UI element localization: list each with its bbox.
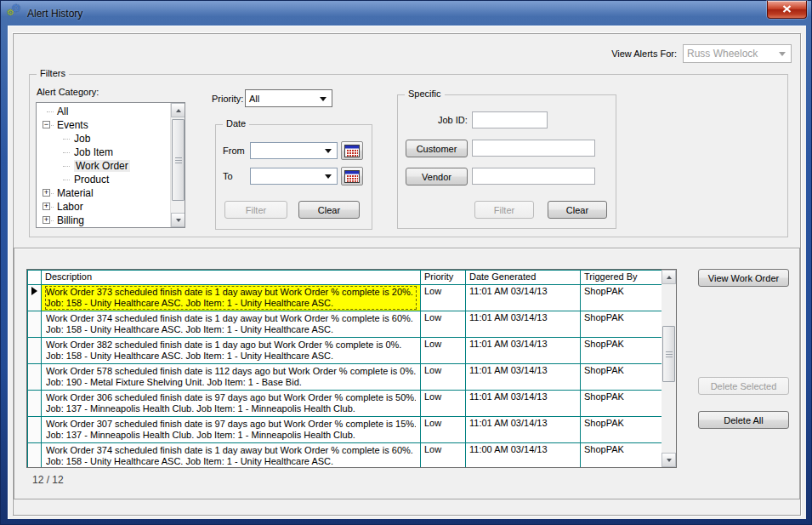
tree-item-label[interactable]: Labor: [57, 201, 83, 213]
priority-column-header[interactable]: Priority: [421, 271, 466, 285]
description-cell[interactable]: Work Order 373 scheduled finish date is …: [42, 285, 421, 311]
triggered-by-cell[interactable]: ShopPAK: [581, 364, 662, 391]
triggered-by-cell[interactable]: ShopPAK: [581, 311, 662, 338]
tree-item[interactable]: − Events: [37, 118, 170, 132]
vendor-field[interactable]: [472, 168, 595, 185]
tree-item-label[interactable]: Material: [57, 187, 94, 199]
table-row[interactable]: Work Order 382 scheduled finish date is …: [28, 338, 662, 364]
date-generated-column-header[interactable]: Date Generated: [466, 271, 581, 285]
date-cell[interactable]: 11:01 AM 03/14/13: [466, 391, 581, 417]
tree-item-label[interactable]: Billing: [57, 214, 84, 226]
main-panel: View Alerts For: Russ Wheelock Filters A…: [13, 33, 801, 516]
table-row[interactable]: Work Order 306 scheduled finish date is …: [28, 391, 662, 417]
calendar-icon: [344, 170, 360, 183]
triggered-by-column-header[interactable]: Triggered By: [581, 271, 662, 285]
job-id-field[interactable]: [472, 111, 548, 128]
specific-filter-button[interactable]: Filter: [474, 201, 534, 219]
date-cell[interactable]: 11:01 AM 03/14/13: [466, 285, 581, 311]
triggered-by-cell[interactable]: ShopPAK: [581, 285, 662, 311]
tree-item[interactable]: Job: [37, 132, 170, 146]
description-cell[interactable]: Work Order 374 scheduled finish date is …: [42, 443, 421, 469]
arrow-up-icon: [176, 109, 181, 112]
grid-scrollbar-thumb[interactable]: [662, 326, 675, 382]
scroll-up-button[interactable]: [662, 270, 676, 284]
description-cell[interactable]: Work Order 374 scheduled finish date is …: [42, 311, 421, 338]
row-selector-cell[interactable]: [28, 443, 42, 469]
delete-all-button[interactable]: Delete All: [698, 411, 789, 429]
table-row[interactable]: Work Order 307 scheduled finish date is …: [28, 417, 662, 443]
priority-cell[interactable]: Low: [421, 311, 466, 338]
tree-item[interactable]: Job Item: [37, 146, 170, 159]
date-cell[interactable]: 11:01 AM 03/14/13: [466, 364, 581, 391]
tree-item[interactable]: All: [37, 105, 170, 118]
priority-cell[interactable]: Low: [421, 285, 466, 311]
date-cell[interactable]: 11:01 AM 03/14/13: [466, 338, 581, 364]
priority-select[interactable]: All: [245, 89, 332, 107]
row-selector-cell[interactable]: [28, 391, 42, 417]
table-row[interactable]: Work Order 578 scheduled finish date is …: [28, 364, 662, 391]
priority-cell[interactable]: Low: [421, 443, 466, 469]
scroll-up-button[interactable]: [171, 103, 185, 117]
description-column-header[interactable]: Description: [42, 271, 421, 285]
tree-expander-icon[interactable]: +: [43, 216, 50, 224]
tree-item-label[interactable]: All: [57, 106, 68, 117]
date-filter-button[interactable]: Filter: [224, 201, 287, 219]
alert-category-tree[interactable]: All − Events Job Job Item Work Order Pro…: [36, 102, 185, 228]
description-cell[interactable]: Work Order 307 scheduled finish date is …: [42, 417, 421, 443]
scroll-down-button[interactable]: [171, 213, 185, 227]
tree-item-label[interactable]: Product: [74, 174, 109, 185]
tree-item[interactable]: + Labor: [37, 200, 170, 214]
close-button[interactable]: [767, 1, 807, 19]
customer-button[interactable]: Customer: [406, 140, 468, 157]
tree-expander-icon[interactable]: +: [43, 189, 50, 197]
view-alerts-for-select[interactable]: Russ Wheelock: [683, 44, 792, 63]
date-from-calendar-button[interactable]: [341, 141, 363, 160]
date-cell[interactable]: 11:01 AM 03/14/13: [466, 311, 581, 338]
table-row[interactable]: Work Order 373 scheduled finish date is …: [28, 285, 662, 311]
tree-item-label[interactable]: Work Order: [74, 160, 130, 172]
triggered-by-cell[interactable]: ShopPAK: [581, 338, 662, 364]
customer-field[interactable]: [472, 140, 595, 157]
delete-selected-button[interactable]: Delete Selected: [698, 377, 789, 395]
tree-scrollbar-thumb[interactable]: [172, 119, 185, 201]
description-cell[interactable]: Work Order 578 scheduled finish date is …: [42, 364, 421, 391]
triggered-by-cell[interactable]: ShopPAK: [581, 391, 662, 417]
date-cell[interactable]: 11:01 AM 03/14/13: [466, 417, 581, 443]
priority-cell[interactable]: Low: [421, 338, 466, 364]
date-to-select[interactable]: [250, 168, 338, 185]
row-selector-cell[interactable]: [28, 364, 42, 391]
tree-item[interactable]: + Material: [37, 186, 170, 200]
triggered-by-cell[interactable]: ShopPAK: [581, 417, 662, 443]
tree-item-label[interactable]: Job: [74, 133, 90, 145]
date-clear-button[interactable]: Clear: [298, 201, 360, 219]
row-selector-cell[interactable]: [28, 338, 42, 364]
triggered-by-cell[interactable]: ShopPAK: [581, 443, 662, 469]
date-from-select[interactable]: [250, 142, 338, 159]
view-work-order-button[interactable]: View Work Order: [698, 269, 789, 287]
table-row[interactable]: Work Order 374 scheduled finish date is …: [28, 311, 662, 338]
description-cell[interactable]: Work Order 382 scheduled finish date is …: [42, 338, 421, 364]
specific-clear-button[interactable]: Clear: [548, 201, 607, 219]
tree-item[interactable]: Work Order: [37, 159, 170, 173]
tree-expander-icon[interactable]: −: [43, 121, 50, 128]
tree-expander-icon[interactable]: +: [43, 203, 50, 210]
tree-item[interactable]: + Billing: [37, 214, 170, 227]
priority-cell[interactable]: Low: [421, 417, 466, 443]
scroll-down-button[interactable]: [662, 453, 676, 467]
titlebar[interactable]: ⚙⚙ Alert History: [1, 1, 811, 26]
tree-item-label[interactable]: Job Item: [74, 146, 113, 158]
tree-scrollbar[interactable]: [170, 103, 185, 227]
priority-cell[interactable]: Low: [421, 364, 466, 391]
description-cell[interactable]: Work Order 306 scheduled finish date is …: [42, 391, 421, 417]
row-selector-cell[interactable]: [28, 417, 42, 443]
grid-scrollbar[interactable]: [662, 270, 676, 467]
date-cell[interactable]: 11:00 AM 03/14/13: [466, 443, 581, 469]
row-selector-cell[interactable]: [28, 285, 42, 311]
tree-item-label[interactable]: Events: [57, 119, 88, 131]
vendor-button[interactable]: Vendor: [406, 168, 468, 185]
row-selector-cell[interactable]: [28, 311, 42, 338]
tree-item[interactable]: Product: [37, 173, 170, 186]
priority-cell[interactable]: Low: [421, 391, 466, 417]
date-to-calendar-button[interactable]: [341, 167, 363, 185]
table-row[interactable]: Work Order 374 scheduled finish date is …: [28, 443, 662, 469]
